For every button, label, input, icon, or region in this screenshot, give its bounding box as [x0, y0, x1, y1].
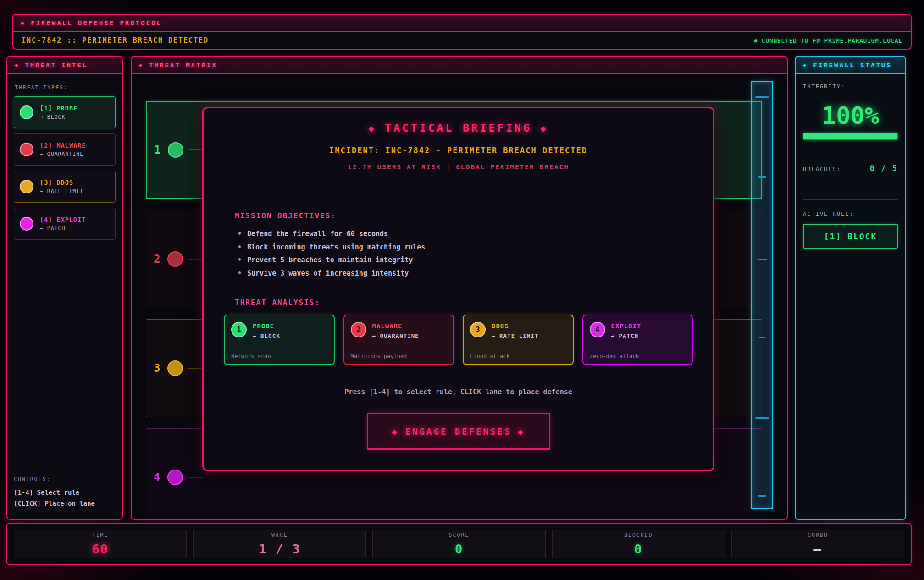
wall-tick-icon — [758, 176, 766, 178]
diamond-icon: ◆ — [15, 62, 19, 68]
incident-status-bar: INC-7842 :: PERIMETER BREACH DETECTED ● … — [13, 32, 911, 49]
threat-action: → QUARANTINE — [40, 151, 86, 157]
lane-node-icon — [167, 251, 183, 267]
objective-item: Survive 3 waves of increasing intensity — [235, 267, 682, 280]
threat-key: [3] DDOS — [40, 179, 83, 186]
wall-tick-icon — [759, 337, 765, 338]
lane-line — [188, 477, 204, 478]
diamond-icon: ◆ — [541, 123, 548, 134]
threat-intel-header: ◆ THREAT INTEL — [7, 57, 122, 74]
wall-tick-icon — [758, 495, 766, 497]
threat-type-ddos[interactable]: [3] DDOS → RATE LIMIT — [14, 171, 116, 203]
lane-line — [188, 368, 204, 369]
card-desc: Malicious payload — [351, 353, 407, 359]
objective-item: Prevent 5 breaches to maintain integrity — [235, 254, 682, 267]
card-desc: Flood attack — [470, 353, 510, 359]
objective-item: Defend the firewall for 60 seconds — [235, 227, 682, 241]
firewall-status-panel: ◆ FIREWALL STATUS INTEGRITY: 100% BREACH… — [795, 56, 906, 520]
stat-combo: COMBO – — [731, 530, 904, 558]
stat-value: – — [813, 542, 822, 556]
probe-number-icon: 1 — [231, 322, 247, 337]
malware-bubble-icon — [20, 143, 33, 156]
briefing-hint: Press [1-4] to select rule, CLICK lane t… — [204, 388, 713, 396]
diamond-icon: ◆ — [21, 20, 25, 26]
lane-number: 2 — [154, 253, 166, 265]
threat-type-exploit[interactable]: [4] EXPLOIT → PATCH — [14, 208, 116, 240]
wall-tick-icon — [755, 96, 769, 98]
diamond-icon: ◆ — [139, 62, 144, 68]
probe-bubble-icon — [20, 105, 33, 119]
app-header: ◆ FIREWALL DEFENSE PROTOCOL INC-7842 :: … — [12, 14, 912, 50]
stat-label: SCORE — [449, 532, 470, 538]
ddos-bubble-icon — [20, 180, 33, 193]
card-action: → RATE LIMIT — [492, 332, 538, 339]
connection-status: ● CONNECTED TO FW-PRIME.PARADIGM.LOCAL — [754, 37, 902, 44]
threat-action: → BLOCK — [40, 114, 77, 120]
analysis-title: THREAT ANALYSIS: — [235, 298, 682, 307]
threat-key: [1] PROBE — [40, 105, 77, 112]
integrity-label: INTEGRITY: — [803, 83, 898, 90]
stat-label: COMBO — [808, 532, 828, 538]
briefing-risk: 12.7M USERS AT RISK | GLOBAL PERIMETER B… — [204, 163, 713, 171]
objective-item: Block incoming threats using matching ru… — [235, 241, 682, 254]
card-action: → PATCH — [611, 332, 642, 339]
ddos-number-icon: 3 — [470, 322, 486, 337]
threat-matrix-title: THREAT MATRIX — [149, 61, 217, 69]
threat-intel-panel: ◆ THREAT INTEL THREAT TYPES: [1] PROBE →… — [6, 56, 123, 520]
engage-defenses-label: ENGAGE DEFENSES — [405, 426, 512, 436]
briefing-incident: INCIDENT: INC-7842 - PERIMETER BREACH DE… — [204, 146, 713, 155]
objectives-list: Defend the firewall for 60 seconds Block… — [235, 227, 682, 280]
threat-type-malware[interactable]: [2] MALWARE → QUARANTINE — [14, 133, 116, 166]
analysis-card-malware: 2 MALWARE → QUARANTINE Malicious payload — [343, 315, 454, 365]
threat-intel-body: THREAT TYPES: [1] PROBE → BLOCK [2] MALW… — [7, 74, 122, 519]
lane-node-icon — [168, 142, 183, 158]
threat-key: [2] MALWARE — [40, 142, 86, 149]
lane-number: 4 — [154, 471, 166, 484]
lane-node-icon — [167, 470, 183, 485]
wall-tick-icon — [755, 417, 769, 419]
stat-label: WAVE — [271, 532, 288, 538]
firewall-status-body: INTEGRITY: 100% BREACHES: 0 / 5 ACTIVE R… — [796, 74, 905, 258]
integrity-bar — [803, 133, 898, 140]
engage-defenses-button[interactable]: ◆ ENGAGE DEFENSES ◆ — [367, 413, 550, 450]
firewall-wall — [751, 81, 773, 509]
card-name: MALWARE — [372, 322, 419, 330]
breaches-value: 0 / 5 — [870, 164, 898, 173]
analysis-card-ddos: 3 DDOS → RATE LIMIT Flood attack — [463, 315, 574, 365]
threat-matrix-header: ◆ THREAT MATRIX — [132, 57, 787, 74]
status-dot-icon: ● — [754, 38, 758, 43]
stat-wave: WAVE 1 / 3 — [193, 530, 366, 558]
card-name: DDOS — [492, 322, 538, 330]
lane-number: 1 — [154, 144, 166, 156]
stat-score: SCORE 0 — [372, 530, 545, 558]
analysis-card-exploit: 4 EXPLOIT → PATCH Zero-day attack — [582, 315, 693, 365]
exploit-number-icon: 4 — [590, 322, 605, 337]
app-title-bar: ◆ FIREWALL DEFENSE PROTOCOL — [13, 15, 911, 32]
threat-action: → PATCH — [40, 225, 86, 232]
stat-value: 0 — [634, 542, 642, 556]
threat-intel-title: THREAT INTEL — [25, 61, 88, 69]
integrity-value: 100% — [803, 102, 898, 129]
integrity-bar-fill — [803, 133, 897, 139]
controls-line: [CLICK] Place on lane — [14, 498, 95, 509]
active-rule-value: [1] BLOCK — [803, 224, 898, 249]
card-name: EXPLOIT — [611, 322, 642, 330]
briefing-divider — [235, 193, 682, 193]
diamond-icon: ◆ — [392, 426, 398, 436]
diamond-icon: ◆ — [368, 123, 376, 134]
breaches-row: BREACHES: 0 / 5 — [803, 164, 898, 173]
tactical-briefing-modal: ◆ TACTICAL BRIEFING ◆ INCIDENT: INC-7842… — [202, 107, 714, 471]
stat-label: TIME — [92, 532, 109, 538]
stat-label: BLOCKED — [624, 532, 653, 538]
briefing-title: TACTICAL BRIEFING — [385, 122, 531, 134]
stat-value: 0 — [455, 542, 463, 556]
stats-bar: TIME 60 WAVE 1 / 3 SCORE 0 BLOCKED 0 COM… — [6, 523, 912, 565]
threat-types-label: THREAT TYPES: — [15, 84, 116, 91]
active-rule-label: ACTIVE RULE: — [803, 211, 898, 217]
controls-line: [1-4] Select rule — [14, 487, 95, 498]
analysis-cards: 1 PROBE → BLOCK Network scan 2 MALWARE →… — [224, 315, 693, 365]
stat-time: TIME 60 — [14, 530, 187, 558]
threat-type-probe[interactable]: [1] PROBE → BLOCK — [14, 96, 116, 128]
connection-label: CONNECTED TO FW-PRIME.PARADIGM.LOCAL — [762, 37, 902, 44]
exploit-bubble-icon — [20, 217, 33, 231]
